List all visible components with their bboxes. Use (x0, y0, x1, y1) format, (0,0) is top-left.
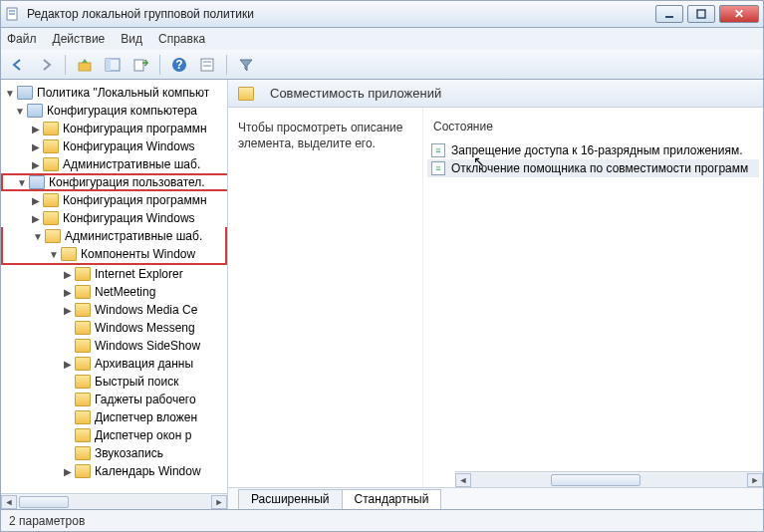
folder-icon (75, 375, 91, 389)
scroll-left-button[interactable]: ◄ (1, 495, 17, 509)
list-hscrollbar[interactable]: ◄ ► (455, 471, 763, 487)
list-item[interactable]: ≡ Отключение помощника по совместимости … (427, 159, 759, 177)
tree-label: Административные шаб. (65, 229, 202, 243)
list-item[interactable]: ≡ Запрещение доступа к 16-разрядным прил… (427, 141, 759, 159)
close-button[interactable]: ✕ (719, 5, 759, 23)
tree-item[interactable]: Windows Messeng (1, 319, 227, 337)
tree-item[interactable]: ▶Конфигурация программн (1, 191, 227, 209)
tree-item[interactable]: ▶NetMeeting (1, 283, 227, 301)
title-bar: Редактор локальной групповой политики ✕ (0, 0, 764, 28)
folder-icon (43, 193, 59, 207)
menu-bar: Файл Действие Вид Справка (0, 28, 764, 50)
menu-help[interactable]: Справка (158, 32, 205, 46)
forward-button[interactable] (35, 54, 57, 76)
tree-label: Архивация данны (95, 357, 193, 371)
policy-item-icon: ≡ (431, 143, 445, 157)
maximize-button[interactable] (687, 5, 715, 23)
properties-button[interactable] (196, 54, 218, 76)
tree-item[interactable]: Гаджеты рабочего (1, 391, 227, 408)
menu-view[interactable]: Вид (121, 32, 142, 46)
folder-icon (75, 357, 91, 371)
folder-icon (43, 157, 59, 171)
view-tabs: Расширенный Стандартный (228, 487, 763, 509)
menu-file[interactable]: Файл (7, 32, 37, 46)
folder-icon (238, 87, 254, 101)
tree-label: Windows SideShow (95, 339, 200, 353)
list-item-label: Отключение помощника по совместимости пр… (451, 161, 748, 175)
svg-rect-2 (9, 13, 15, 15)
tree-label: Диспетчер вложен (95, 410, 197, 424)
tree-hscrollbar[interactable]: ◄ ► (1, 493, 227, 509)
svg-rect-13 (203, 65, 211, 67)
back-button[interactable] (7, 54, 29, 76)
tree-label: Конфигурация пользовател. (49, 175, 205, 189)
tree-item[interactable]: Диспетчер вложен (1, 408, 227, 426)
menu-action[interactable]: Действие (53, 32, 106, 46)
tree-item[interactable]: ▶Конфигурация программн (1, 120, 227, 137)
tab-standard[interactable]: Стандартный (342, 489, 442, 509)
scroll-right-button[interactable]: ► (747, 473, 763, 487)
export-button[interactable] (129, 54, 151, 76)
user-icon (29, 175, 45, 189)
description-text: Чтобы просмотреть описание элемента, выд… (238, 121, 402, 150)
tree-label: NetMeeting (95, 285, 155, 299)
folder-icon (43, 122, 59, 135)
tree-item[interactable]: Звукозапись (1, 444, 227, 462)
status-text: 2 параметров (9, 514, 85, 528)
tree-item[interactable]: Диспетчер окон р (1, 426, 227, 444)
scroll-left-button[interactable]: ◄ (455, 473, 471, 487)
folder-icon (75, 464, 91, 478)
folder-icon (75, 393, 91, 406)
state-column-header[interactable]: Состояние (427, 118, 759, 135)
svg-rect-5 (79, 63, 91, 71)
tree-item[interactable]: Windows SideShow (1, 337, 227, 355)
toolbar: ? (0, 50, 764, 80)
svg-rect-3 (665, 16, 673, 18)
tree-item[interactable]: ▶Конфигурация Windows (1, 209, 227, 227)
details-title: Совместимость приложений (270, 86, 441, 101)
tree-item[interactable]: ▶Календарь Window (1, 462, 227, 480)
folder-icon (43, 211, 59, 225)
tree-item[interactable]: ▶Internet Explorer (1, 265, 227, 283)
tree-item[interactable]: ▶Административные шаб. (1, 155, 227, 173)
tree-label: Календарь Window (95, 464, 201, 478)
svg-text:?: ? (175, 58, 182, 72)
tree-label: Конфигурация Windows (63, 211, 195, 225)
tab-extended[interactable]: Расширенный (238, 489, 343, 509)
help-button[interactable]: ? (168, 54, 190, 76)
svg-rect-7 (106, 59, 111, 71)
tree-pane: ▼Политика "Локальный компьют ▼Конфигурац… (1, 80, 228, 509)
up-button[interactable] (74, 54, 96, 76)
settings-list: Состояние ≡ Запрещение доступа к 16-разр… (423, 108, 763, 509)
folder-icon (75, 446, 91, 460)
scroll-right-button[interactable]: ► (211, 495, 227, 509)
tree-computer-config[interactable]: ▼Конфигурация компьютера (1, 102, 227, 120)
tree-item[interactable]: ▶Архивация данны (1, 355, 227, 373)
tree-label: Административные шаб. (63, 157, 200, 171)
show-hide-tree-button[interactable] (102, 54, 124, 76)
description-column: Чтобы просмотреть описание элемента, выд… (228, 108, 423, 509)
tree-user-config[interactable]: ▼Конфигурация пользовател. (1, 173, 227, 191)
tree-item[interactable]: ▶Конфигурация Windows (1, 137, 227, 155)
tree-root[interactable]: ▼Политика "Локальный компьют (1, 84, 227, 102)
tree-label: Конфигурация Windows (63, 139, 195, 153)
folder-icon (75, 321, 91, 335)
tree-label: Конфигурация программн (63, 122, 207, 135)
folder-icon (75, 428, 91, 442)
svg-rect-1 (9, 10, 15, 12)
tree-item[interactable]: Быстрый поиск (1, 373, 227, 391)
app-icon (5, 6, 21, 22)
tree-label: Конфигурация компьютера (47, 104, 197, 118)
tree-admin-templates[interactable]: ▼Административные шаб. (3, 227, 225, 245)
folder-icon (45, 229, 61, 243)
tree-label: Windows Messeng (95, 321, 195, 335)
minimize-button[interactable] (655, 5, 683, 23)
tree-item[interactable]: ▶Windows Media Ce (1, 301, 227, 319)
main-frame: ▼Политика "Локальный компьют ▼Конфигурац… (0, 80, 764, 510)
filter-button[interactable] (235, 54, 257, 76)
folder-icon (75, 285, 91, 299)
svg-rect-8 (134, 60, 143, 71)
tree-label: Windows Media Ce (95, 303, 197, 317)
tree[interactable]: ▼Политика "Локальный компьют ▼Конфигурац… (1, 80, 227, 493)
tree-windows-components[interactable]: ▼Компоненты Window (3, 245, 225, 263)
